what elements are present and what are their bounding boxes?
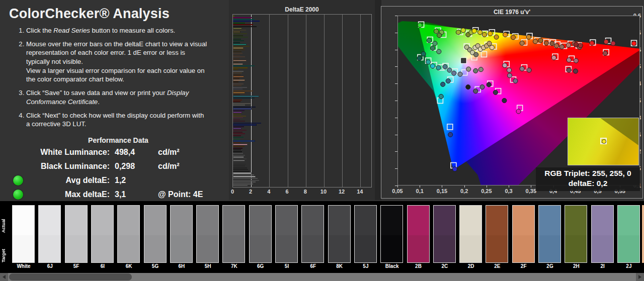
deltae-bar[interactable] bbox=[233, 169, 248, 170]
deltae-bar[interactable] bbox=[233, 39, 241, 40]
deltae-bar[interactable] bbox=[233, 47, 244, 48]
deltae-bar[interactable] bbox=[233, 117, 243, 118]
deltae-bar[interactable] bbox=[233, 35, 243, 36]
deltae-bar[interactable] bbox=[233, 172, 252, 173]
deltae-bar[interactable] bbox=[233, 148, 243, 149]
deltae-bar[interactable] bbox=[233, 71, 244, 72]
deltae-bar[interactable] bbox=[233, 160, 245, 161]
deltae-bar[interactable] bbox=[233, 121, 245, 122]
deltae-bar[interactable] bbox=[233, 180, 259, 181]
deltae-bar[interactable] bbox=[233, 94, 240, 95]
deltae-bar[interactable] bbox=[233, 140, 255, 141]
deltae-bar[interactable] bbox=[233, 19, 255, 20]
deltae-bar[interactable] bbox=[233, 44, 247, 45]
deltae-bar[interactable] bbox=[233, 21, 260, 22]
deltae-bar[interactable] bbox=[233, 88, 243, 89]
deltae-bar[interactable] bbox=[233, 103, 251, 104]
deltae-bar[interactable] bbox=[233, 46, 250, 47]
deltae-bar[interactable] bbox=[233, 133, 245, 134]
deltae-bar[interactable] bbox=[233, 130, 247, 131]
deltae-bar[interactable] bbox=[233, 69, 238, 70]
deltae-bar[interactable] bbox=[233, 72, 242, 73]
deltae-bar[interactable] bbox=[233, 174, 254, 175]
deltae-bar[interactable] bbox=[233, 110, 245, 111]
deltae-bar[interactable] bbox=[233, 56, 245, 57]
deltae-bar[interactable] bbox=[233, 90, 253, 91]
deltae-bar[interactable] bbox=[233, 114, 241, 115]
deltae-bar[interactable] bbox=[233, 162, 244, 163]
deltae-bar[interactable] bbox=[233, 153, 243, 154]
scroll-left-button[interactable] bbox=[0, 273, 8, 281]
deltae-bar[interactable] bbox=[233, 63, 243, 64]
deltae-bar[interactable] bbox=[233, 16, 234, 17]
deltae-bar[interactable] bbox=[233, 31, 240, 32]
deltae-bar[interactable] bbox=[233, 40, 244, 41]
deltae-bar[interactable] bbox=[233, 53, 243, 54]
deltae-bar[interactable] bbox=[233, 119, 240, 120]
deltae-bar[interactable] bbox=[233, 149, 241, 150]
deltae-bar[interactable] bbox=[233, 81, 238, 82]
deltae-bar[interactable] bbox=[233, 79, 245, 80]
deltae-bar[interactable] bbox=[233, 30, 246, 31]
deltae-bar[interactable] bbox=[233, 139, 240, 140]
deltae-bar[interactable] bbox=[233, 83, 244, 84]
deltae-bar[interactable] bbox=[233, 165, 245, 166]
deltae-bar[interactable] bbox=[233, 62, 238, 63]
deltae-bar[interactable] bbox=[233, 171, 250, 172]
deltae-bar[interactable] bbox=[233, 146, 245, 147]
deltae-bar[interactable] bbox=[233, 33, 247, 34]
deltae-bar[interactable] bbox=[233, 181, 256, 182]
deltae-bar[interactable] bbox=[233, 108, 252, 109]
deltae-bar[interactable] bbox=[233, 49, 245, 50]
deltae-bar[interactable] bbox=[233, 55, 240, 56]
deltae-bar[interactable] bbox=[233, 135, 241, 136]
deltae-bar[interactable] bbox=[233, 142, 240, 143]
deltae-bar[interactable] bbox=[233, 92, 245, 93]
deltae-bar[interactable] bbox=[233, 17, 252, 18]
deltae-bar[interactable] bbox=[233, 60, 247, 61]
deltae-bar[interactable] bbox=[233, 156, 244, 157]
deltae-bar[interactable] bbox=[233, 167, 247, 168]
deltae-bar[interactable] bbox=[233, 116, 246, 117]
deltae-bar[interactable] bbox=[233, 185, 248, 186]
deltae-bar[interactable] bbox=[233, 85, 242, 86]
deltae-bar[interactable] bbox=[233, 28, 242, 29]
deltae-bar[interactable] bbox=[233, 74, 240, 75]
scrollbar-thumb[interactable] bbox=[9, 273, 132, 280]
deltae-bar[interactable] bbox=[233, 112, 242, 113]
deltae-bar[interactable] bbox=[233, 51, 242, 52]
deltae-bar[interactable] bbox=[233, 100, 242, 101]
deltae-bar[interactable] bbox=[233, 176, 256, 177]
deltae-bar[interactable] bbox=[233, 105, 245, 106]
deltae-bar[interactable] bbox=[233, 124, 257, 125]
deltae-bar[interactable] bbox=[233, 87, 247, 88]
scroll-right-button[interactable] bbox=[636, 273, 644, 281]
deltae-bar[interactable] bbox=[233, 67, 248, 68]
deltae-bar[interactable] bbox=[233, 123, 261, 124]
deltae-bar[interactable] bbox=[233, 126, 244, 127]
deltae-bar[interactable] bbox=[233, 23, 245, 24]
deltae-bar[interactable] bbox=[233, 24, 253, 25]
deltae-bar[interactable] bbox=[233, 101, 240, 102]
deltae-bar[interactable] bbox=[233, 158, 247, 159]
deltae-bar[interactable] bbox=[233, 78, 239, 79]
deltae-bar[interactable] bbox=[233, 107, 256, 108]
deltae-bar[interactable] bbox=[233, 42, 240, 43]
deltae-bar[interactable] bbox=[233, 128, 242, 129]
deltae-bar[interactable] bbox=[233, 164, 246, 165]
deltae-bar[interactable] bbox=[233, 144, 248, 145]
deltae-bar[interactable] bbox=[233, 137, 244, 138]
deltae-bar[interactable] bbox=[233, 155, 245, 156]
deltae-bar[interactable] bbox=[233, 96, 259, 97]
deltae-bar[interactable] bbox=[233, 132, 243, 133]
deltae-bar[interactable] bbox=[233, 58, 239, 59]
deltae-bar[interactable] bbox=[233, 98, 255, 99]
deltae-bar[interactable] bbox=[233, 37, 248, 38]
deltae-bar[interactable] bbox=[233, 178, 258, 179]
deltae-bar[interactable] bbox=[233, 183, 253, 184]
horizontal-scrollbar[interactable] bbox=[0, 273, 644, 281]
deltae-bar[interactable] bbox=[233, 26, 257, 27]
deltae-bar[interactable] bbox=[233, 65, 255, 66]
deltae-bar[interactable] bbox=[233, 151, 242, 152]
deltae-bar[interactable] bbox=[233, 76, 244, 77]
